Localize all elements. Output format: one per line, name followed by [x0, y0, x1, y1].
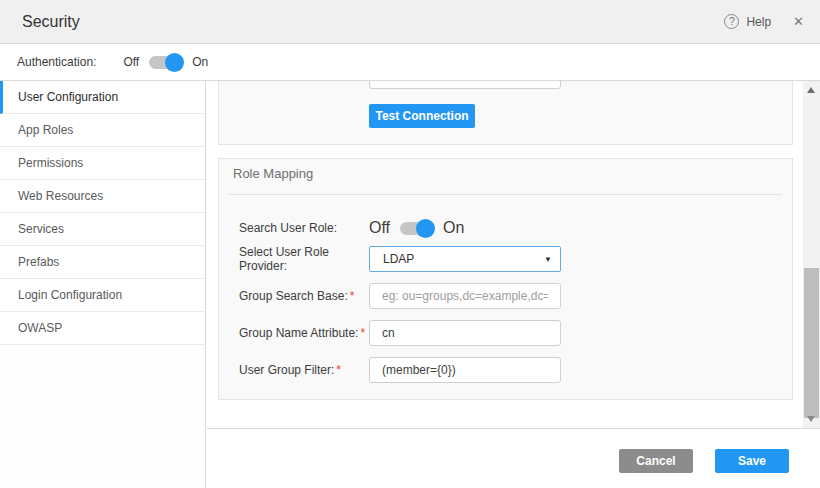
role-mapping-panel: Role Mapping Search User Role: Off On Se… — [218, 158, 793, 400]
required-asterisk: * — [350, 289, 355, 303]
toggle-knob — [165, 53, 184, 72]
group-name-attribute-label: Group Name Attribute:* — [239, 326, 369, 340]
user-role-provider-select[interactable]: LDAP ▼ — [369, 246, 561, 272]
close-icon[interactable]: ✕ — [793, 14, 804, 29]
help-link[interactable]: Help — [746, 15, 771, 29]
group-search-base-label: Group Search Base:* — [239, 289, 369, 303]
scroll-up-arrow-icon[interactable] — [807, 87, 815, 93]
required-asterisk: * — [360, 326, 365, 340]
sidebar: User Configuration App Roles Permissions… — [0, 81, 206, 488]
authentication-on-label: On — [192, 55, 208, 69]
sidebar-item-prefabs[interactable]: Prefabs — [0, 246, 205, 279]
action-bar: Cancel Save — [207, 428, 820, 488]
sidebar-item-user-configuration[interactable]: User Configuration — [0, 81, 205, 114]
connection-panel: Test Connection — [218, 81, 793, 145]
provider-selected-value: LDAP — [383, 252, 414, 266]
user-group-filter-input[interactable] — [369, 357, 561, 383]
sidebar-item-login-configuration[interactable]: Login Configuration — [0, 279, 205, 312]
search-user-role-row: Search User Role: Off On — [239, 215, 782, 241]
chevron-down-icon: ▼ — [544, 255, 552, 264]
authentication-off-label: Off — [123, 55, 139, 69]
group-search-base-input[interactable] — [369, 283, 561, 309]
search-user-role-toggle[interactable] — [400, 222, 433, 235]
user-group-filter-row: User Group Filter:* — [239, 357, 782, 383]
sidebar-item-services[interactable]: Services — [0, 213, 205, 246]
titlebar-actions: ? Help ✕ — [724, 14, 804, 29]
label-text: User Group Filter: — [239, 363, 334, 377]
label-text: Group Name Attribute: — [239, 326, 358, 340]
group-search-base-row: Group Search Base:* — [239, 283, 782, 309]
vertical-scrollbar — [803, 81, 820, 428]
role-mapping-title: Role Mapping — [233, 166, 313, 181]
required-asterisk: * — [336, 363, 341, 377]
save-button[interactable]: Save — [715, 449, 789, 473]
title-bar: Security ? Help ✕ — [0, 0, 820, 44]
scroll-down-arrow-icon[interactable] — [807, 416, 815, 422]
authentication-label: Authentication: — [17, 55, 96, 69]
toggle-knob — [416, 219, 435, 238]
group-name-attribute-input[interactable] — [369, 320, 561, 346]
scrollbar-thumb[interactable] — [804, 268, 819, 418]
sidebar-item-owasp[interactable]: OWASP — [0, 312, 205, 345]
help-icon[interactable]: ? — [724, 14, 739, 29]
search-user-role-off-label: Off — [369, 219, 390, 237]
user-group-filter-label: User Group Filter:* — [239, 363, 369, 377]
provider-label: Select User Role Provider: — [239, 245, 369, 273]
test-connection-button[interactable]: Test Connection — [369, 104, 475, 128]
cancel-button[interactable]: Cancel — [619, 449, 693, 473]
sidebar-item-permissions[interactable]: Permissions — [0, 147, 205, 180]
group-name-attribute-row: Group Name Attribute:* — [239, 320, 782, 346]
sidebar-item-app-roles[interactable]: App Roles — [0, 114, 205, 147]
role-mapping-divider — [229, 194, 782, 195]
authentication-toggle[interactable] — [149, 56, 182, 69]
label-text: Group Search Base: — [239, 289, 348, 303]
search-user-role-on-label: On — [443, 219, 464, 237]
security-dialog: Security ? Help ✕ Authentication: Off On… — [0, 0, 820, 488]
authentication-bar: Authentication: Off On — [0, 44, 820, 81]
content-scroll-area: Test Connection Role Mapping Search User… — [207, 81, 803, 428]
search-user-role-label: Search User Role: — [239, 221, 369, 235]
provider-row: Select User Role Provider: LDAP ▼ — [239, 246, 782, 272]
page-title: Security — [22, 13, 80, 31]
sidebar-item-web-resources[interactable]: Web Resources — [0, 180, 205, 213]
connection-input-partial[interactable] — [369, 81, 561, 89]
